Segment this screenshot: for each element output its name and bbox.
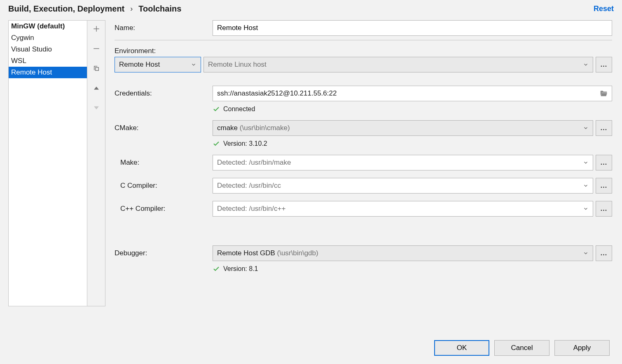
breadcrumb-parent[interactable]: Build, Execution, Deployment [8,4,124,14]
chevron-down-icon [583,183,589,189]
toolchain-item-mingw[interactable]: MinGW (default) [9,21,87,32]
cpp-compiler-select[interactable]: Detected: /usr/bin/c++ [213,201,593,217]
chevron-right-icon: › [130,5,133,13]
cmake-label: CMake: [115,124,213,132]
folder-open-icon[interactable] [599,89,608,98]
debugger-secondary: (\usr\bin\gdb) [277,249,318,257]
credentials-label: Credentials: [115,89,213,98]
environment-host-placeholder: Remote Linux host [208,61,267,69]
reset-link[interactable]: Reset [594,5,614,13]
toolchain-form: Name: Environment: Remote Host Remote Li… [115,20,614,306]
cmake-secondary: (\usr\bin\cmake) [240,124,290,132]
minus-icon [93,45,100,52]
chevron-down-icon [191,62,196,68]
triangle-down-icon [93,104,100,112]
cmake-status: Version: 3.10.2 [213,140,612,147]
plus-icon [93,25,100,33]
toolchain-item-cygwin[interactable]: Cygwin [9,32,87,44]
triangle-up-icon [93,84,100,92]
header: Build, Execution, Deployment › Toolchain… [0,0,622,20]
make-browse-button[interactable]: ... [596,155,612,170]
credentials-input[interactable]: ssh://anastasiak2512@10.211.55.6:22 [213,86,612,101]
toolchain-list[interactable]: MinGW (default) Cygwin Visual Studio WSL… [9,21,87,306]
name-label: Name: [115,24,213,32]
cmake-primary: cmake [217,124,238,132]
cpp-compiler-placeholder: Detected: /usr/bin/c++ [217,205,285,213]
environment-browse-button[interactable]: ... [596,57,612,72]
apply-button[interactable]: Apply [554,340,610,356]
cancel-button[interactable]: Cancel [494,340,550,356]
copy-icon [93,65,100,72]
checkmark-icon [213,265,220,273]
c-compiler-label: C Compiler: [115,182,213,190]
cmake-browse-button[interactable]: ... [596,120,612,136]
environment-type-select[interactable]: Remote Host [115,57,201,72]
credentials-value: ssh://anastasiak2512@10.211.55.6:22 [217,89,337,98]
toolchain-item-wsl[interactable]: WSL [9,55,87,67]
breadcrumb-current: Toolchains [138,4,181,14]
make-label: Make: [115,159,213,167]
name-input[interactable] [213,20,612,36]
chevron-down-icon [583,206,589,212]
cpp-compiler-label: C++ Compiler: [115,205,213,213]
debugger-status: Version: 8.1 [213,265,612,273]
credentials-status: Connected [213,105,612,113]
chevron-down-icon [583,125,589,131]
debugger-browse-button[interactable]: ... [596,245,612,261]
chevron-down-icon [583,250,589,256]
ok-button[interactable]: OK [434,340,489,356]
toolchain-item-remote-host[interactable]: Remote Host [9,67,87,78]
environment-type-value: Remote Host [119,61,160,69]
toolchain-toolbar [87,21,105,306]
remove-button[interactable] [91,44,101,54]
toolchain-item-visual-studio[interactable]: Visual Studio [9,44,87,55]
copy-button[interactable] [91,63,101,73]
cmake-select[interactable]: cmake (\usr\bin\cmake) [213,120,593,136]
debugger-primary: Remote Host GDB [217,249,275,257]
checkmark-icon [213,105,220,113]
c-compiler-browse-button[interactable]: ... [596,178,612,194]
dialog-footer: OK Cancel Apply [434,340,610,356]
c-compiler-select[interactable]: Detected: /usr/bin/cc [213,178,593,194]
make-placeholder: Detected: /usr/bin/make [217,159,291,167]
c-compiler-placeholder: Detected: /usr/bin/cc [217,182,281,190]
chevron-down-icon [583,62,589,68]
add-button[interactable] [91,24,101,34]
toolchain-sidebar: MinGW (default) Cygwin Visual Studio WSL… [8,20,105,306]
debugger-select[interactable]: Remote Host GDB (\usr\bin\gdb) [213,245,593,261]
checkmark-icon [213,140,220,147]
breadcrumb: Build, Execution, Deployment › Toolchain… [8,4,181,14]
chevron-down-icon [583,160,589,166]
move-up-button[interactable] [91,83,101,93]
divider [115,40,612,40]
environment-label: Environment: [115,47,213,55]
cpp-compiler-browse-button[interactable]: ... [596,201,612,217]
move-down-button[interactable] [91,103,101,113]
debugger-label: Debugger: [115,249,213,257]
make-select[interactable]: Detected: /usr/bin/make [213,155,593,170]
environment-host-select[interactable]: Remote Linux host [203,57,593,72]
